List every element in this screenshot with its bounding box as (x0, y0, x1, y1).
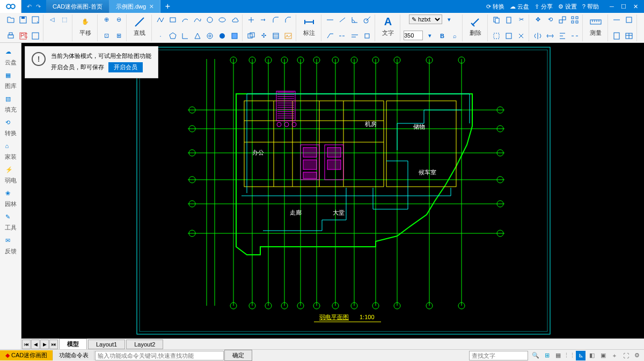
saveas-icon[interactable] (30, 14, 41, 25)
minimize-button[interactable]: ─ (606, 2, 617, 11)
delete-button[interactable]: 删除 (466, 14, 485, 39)
ortho-icon[interactable]: ⊾ (576, 351, 586, 360)
cross-select-icon[interactable] (516, 31, 526, 41)
tab-layout2[interactable]: Layout2 (126, 340, 163, 349)
zoomfit-icon[interactable]: ⊡ (101, 31, 112, 41)
upgrade-button[interactable]: 开启会员 (108, 62, 143, 72)
drawing-canvas[interactable]: ! 当前为体验模式，可试用全部绘图功能 开启会员，即可保存开启会员 (21, 43, 644, 338)
sidebar-cloud[interactable]: ☁云盘 (1, 46, 20, 69)
cut-icon[interactable]: ✂ (516, 14, 526, 25)
scale-icon[interactable] (557, 14, 568, 25)
angle-icon[interactable] (180, 31, 191, 41)
back-icon[interactable]: ◁ (47, 14, 57, 25)
angular-dim-icon[interactable] (349, 14, 360, 25)
size-dropdown-icon[interactable]: ▾ (425, 31, 435, 41)
first-tab-icon[interactable]: ⏮ (22, 340, 31, 349)
region-icon[interactable] (229, 31, 240, 41)
array-icon[interactable] (569, 14, 580, 25)
extend-icon[interactable] (258, 14, 269, 25)
offset-icon[interactable] (246, 31, 257, 41)
polar-icon[interactable]: ◧ (587, 351, 597, 360)
undo-icon[interactable]: ↶ (27, 3, 32, 10)
add-tab-button[interactable]: + (160, 0, 174, 13)
snap-icon[interactable]: ⊞ (542, 351, 552, 360)
annotate-button[interactable]: 标注 (299, 14, 319, 39)
dots-icon[interactable]: ⋮⋮ (565, 351, 574, 360)
pdf-icon[interactable]: PDF (18, 31, 28, 41)
sidebar-fill[interactable]: ▧填充 (1, 93, 20, 116)
ordinate-dim-icon[interactable] (362, 31, 372, 41)
search-text-input[interactable] (469, 351, 528, 360)
zoomwin-icon[interactable]: ⊞ (113, 31, 124, 41)
mirror-icon[interactable] (532, 31, 543, 41)
prev-tab-icon[interactable]: ◀ (31, 340, 40, 349)
zoomout-icon[interactable]: ⊖ (113, 14, 124, 25)
help-menu[interactable]: ? 帮助 (582, 3, 599, 11)
move-icon[interactable]: ✣ (258, 31, 269, 41)
sidebar-home[interactable]: ⌂家装 (1, 141, 20, 163)
ok-button[interactable]: 确定 (224, 350, 252, 361)
move2-icon[interactable]: ✥ (532, 14, 543, 25)
chamfer-icon[interactable] (283, 14, 294, 25)
line-button[interactable]: 直线 (130, 14, 149, 39)
dist-icon[interactable] (611, 14, 622, 25)
export-icon[interactable] (30, 31, 41, 41)
arc-icon[interactable] (180, 14, 191, 25)
tab-layout1[interactable]: Layout1 (88, 340, 125, 349)
hatch-icon[interactable] (270, 31, 281, 41)
app-badge[interactable]: ◆ CAD迷你画图 (0, 350, 53, 360)
area-icon[interactable] (624, 14, 634, 25)
pan-button[interactable]: ✋ 平移 (76, 14, 95, 39)
layer-button[interactable]: 图层 (640, 14, 644, 39)
tab-drawing[interactable]: 示例图.dwg× (109, 0, 160, 13)
rect-icon[interactable] (167, 14, 178, 25)
calc-icon[interactable] (611, 31, 622, 41)
sidebar-elec[interactable]: ⚡弱电 (1, 164, 20, 187)
leader-icon[interactable] (325, 31, 335, 41)
circle-icon[interactable] (204, 14, 215, 25)
ellipse-icon[interactable] (217, 14, 228, 25)
osnap-icon[interactable]: ▣ (598, 351, 608, 360)
plus-icon[interactable]: + (610, 351, 619, 360)
search-icon[interactable]: 🔍 (531, 351, 540, 360)
print-icon[interactable] (5, 31, 16, 41)
spline-icon[interactable] (192, 14, 203, 25)
cloud-icon[interactable] (229, 14, 240, 25)
share-menu[interactable]: ⇪ 分享 (535, 3, 553, 11)
window-select-icon[interactable] (503, 31, 514, 41)
baseline-dim-icon[interactable] (349, 31, 360, 41)
find-icon[interactable]: ⌕ (449, 31, 460, 41)
last-tab-icon[interactable]: ⏭ (49, 340, 58, 349)
grid-icon[interactable]: ▦ (553, 351, 563, 360)
redo-icon[interactable]: ↷ (36, 3, 41, 10)
aligned-dim-icon[interactable] (337, 14, 348, 25)
image-icon[interactable] (283, 31, 294, 41)
text-button[interactable]: A 文字 (378, 14, 398, 39)
sidebar-tools[interactable]: ✎工具 (1, 211, 20, 234)
polyline-icon[interactable] (155, 14, 166, 25)
font-select[interactable]: ✎ hztxt (409, 14, 442, 24)
measure-button[interactable]: 测量 (586, 14, 605, 39)
continue-dim-icon[interactable] (337, 31, 348, 41)
fullscreen-icon[interactable]: ⛶ (621, 351, 631, 360)
cloud-menu[interactable]: ☁ 云盘 (510, 3, 529, 11)
sidebar-convert[interactable]: ⟲转换 (1, 117, 20, 139)
linear-dim-icon[interactable] (325, 14, 335, 25)
point-icon[interactable]: · (155, 31, 166, 41)
donut-icon[interactable] (217, 31, 228, 41)
open-icon[interactable] (5, 14, 16, 25)
align-icon[interactable] (557, 31, 568, 41)
font-settings-icon[interactable]: ▾ (444, 14, 455, 25)
bold-icon[interactable]: B (437, 31, 448, 41)
polygon-icon[interactable] (167, 31, 178, 41)
triangle-icon[interactable] (192, 31, 203, 41)
cmd-table-button[interactable]: 功能命令表 (54, 350, 94, 360)
up-icon[interactable]: ⬚ (59, 14, 70, 25)
gear-icon[interactable]: ⚙ (632, 351, 642, 360)
settings-menu[interactable]: ⚙ 设置 (558, 3, 577, 11)
close-button[interactable]: ✕ (630, 2, 641, 11)
command-input[interactable] (95, 351, 224, 360)
trim-icon[interactable] (246, 14, 257, 25)
maximize-button[interactable]: ☐ (618, 2, 629, 11)
ring-icon[interactable] (204, 31, 215, 41)
